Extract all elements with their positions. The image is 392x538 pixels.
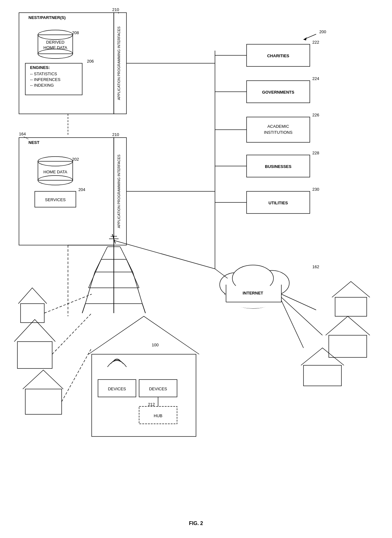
- svg-line-66: [215, 269, 228, 278]
- svg-marker-82: [303, 37, 307, 40]
- internet-label: INTERNET: [243, 291, 263, 295]
- utilities-label: UTILITIES: [268, 201, 288, 205]
- svg-line-40: [126, 259, 139, 288]
- charities-label: CHARITIES: [267, 53, 289, 58]
- ref-224: 224: [312, 76, 319, 81]
- devices2-label: DEVICES: [149, 386, 167, 391]
- svg-marker-78: [335, 297, 367, 316]
- derived-home-data-line2: HOME DATA: [43, 45, 67, 50]
- svg-line-45: [82, 304, 85, 313]
- ref-206: 206: [87, 59, 94, 64]
- academic-line1: ACADEMIC: [267, 124, 289, 129]
- ref-208: 208: [72, 30, 79, 35]
- ref-200: 200: [319, 29, 326, 34]
- figure-label: FIG. 2: [189, 521, 203, 526]
- svg-marker-79: [329, 335, 367, 357]
- devices1-label: DEVICES: [108, 386, 126, 391]
- house-top-left: [18, 288, 47, 323]
- svg-marker-80: [303, 365, 341, 386]
- home-data-label: HOME DATA: [43, 170, 67, 174]
- svg-marker-74: [25, 389, 62, 414]
- svg-rect-22: [247, 117, 310, 142]
- businesses-label: BUSINESSES: [265, 164, 291, 169]
- academic-line2: INSTITUTIONS: [264, 130, 293, 135]
- ref-164: 164: [19, 132, 26, 136]
- ref-202: 202: [72, 157, 79, 162]
- ref-222: 222: [312, 40, 319, 45]
- api-bottom-label: APPLICATION PROGRAMMING INTERFACES: [117, 155, 121, 228]
- svg-marker-73: [17, 342, 52, 368]
- hub-label: HUB: [154, 413, 162, 418]
- house-right-bottom: [301, 348, 344, 386]
- svg-line-76: [52, 313, 92, 354]
- svg-line-39: [89, 259, 101, 288]
- services-label: SERVICES: [45, 197, 66, 202]
- house-right-middle: [326, 316, 370, 357]
- svg-line-77: [62, 348, 92, 402]
- nest-partner-label: NEST/PARTNER(S): [28, 15, 65, 20]
- ref-210-bottom: 210: [112, 132, 119, 137]
- ref-204: 204: [78, 187, 85, 192]
- inferences-label: -- INFERENCES: [30, 77, 60, 82]
- svg-line-63: [281, 297, 322, 335]
- ref-100: 100: [152, 343, 159, 347]
- nest-label: NEST: [28, 140, 40, 145]
- svg-marker-67: [92, 354, 196, 436]
- engines-label: ENGINES:: [30, 65, 50, 70]
- governments-label: GOVERNMENTS: [262, 90, 294, 95]
- api-top-label: APPLICATION PROGRAMMING INTERFACES: [117, 27, 121, 100]
- house-right-top: [332, 281, 370, 316]
- indexing-label: -- INDEXING: [30, 83, 54, 88]
- internet-cloud: [220, 265, 289, 308]
- derived-home-data-line1: DERIVED: [46, 40, 64, 45]
- ref-212: 212: [148, 402, 155, 407]
- house-bottom-left: [23, 370, 63, 414]
- ref-162: 162: [312, 264, 319, 269]
- ref-226: 226: [312, 113, 319, 117]
- house-middle-left: [14, 319, 55, 368]
- ref-210-top: 210: [112, 7, 119, 12]
- svg-line-46: [142, 304, 145, 313]
- svg-marker-72: [21, 304, 44, 323]
- statistics-label: -- STATISTICS: [30, 71, 57, 76]
- svg-line-8: [24, 137, 28, 139]
- ref-228: 228: [312, 151, 319, 155]
- ref-230: 230: [312, 187, 319, 192]
